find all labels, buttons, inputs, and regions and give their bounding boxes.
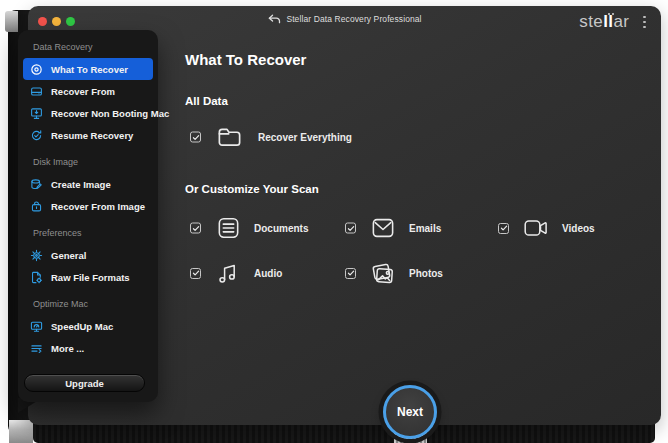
target-icon <box>29 62 43 76</box>
category-audio[interactable]: Audio <box>190 260 282 286</box>
box-base-edge-decoration <box>33 424 655 443</box>
check-icon <box>347 224 355 232</box>
marketing-stage: Stellar Data Recovery Professional stell… <box>0 0 668 443</box>
drive-icon <box>29 84 43 98</box>
sidebar-section-preferences: Preferences <box>33 228 143 238</box>
sidebar-section-disk-image: Disk Image <box>33 157 143 167</box>
audio-label: Audio <box>254 268 282 279</box>
videos-label: Videos <box>562 223 595 234</box>
box-tab-bottom-decoration <box>9 420 33 443</box>
logo-dots <box>608 13 614 15</box>
category-videos[interactable]: Videos <box>498 217 595 239</box>
emails-checkbox[interactable] <box>345 223 356 234</box>
sidebar-item-recover-from-image[interactable]: Recover From Image <box>23 195 153 217</box>
sidebar-item-what-to-recover[interactable]: What To Recover <box>23 58 153 80</box>
check-icon <box>192 269 200 277</box>
category-emails[interactable]: Emails <box>345 217 441 240</box>
customize-heading: Or Customize Your Scan <box>185 183 319 195</box>
traffic-lights <box>38 17 75 26</box>
kebab-menu-icon[interactable] <box>640 14 649 31</box>
check-icon <box>347 269 355 277</box>
bag-icon <box>29 199 43 213</box>
titlebar-right: stellar <box>579 12 649 32</box>
stellar-logo: stellar <box>579 12 629 32</box>
photos-stack-icon <box>370 260 396 286</box>
videos-checkbox[interactable] <box>498 223 509 234</box>
file-gear-icon <box>29 270 43 284</box>
check-icon <box>192 133 200 141</box>
resume-refresh-icon <box>29 128 43 142</box>
sidebar-item-create-image[interactable]: Create Image <box>23 173 153 195</box>
sidebar-item-recover-from[interactable]: Recover From <box>23 80 153 102</box>
sidebar-section-data-recovery: Data Recovery <box>33 42 143 52</box>
disk-pencil-icon <box>29 177 43 191</box>
recover-everything-option[interactable]: Recover Everything <box>190 124 352 151</box>
box-tab-top-decoration <box>5 11 18 32</box>
sidebar-item-raw-file-formats[interactable]: Raw File Formats <box>23 266 153 288</box>
emails-label: Emails <box>409 223 441 234</box>
category-photos[interactable]: Photos <box>345 260 443 286</box>
photos-label: Photos <box>409 268 443 279</box>
sidebar-item-general[interactable]: General <box>23 244 153 266</box>
zoom-button[interactable] <box>66 17 75 26</box>
window-title: Stellar Data Recovery Professional <box>286 14 421 24</box>
sidebar: Data Recovery What To Recover Recover Fr… <box>18 30 158 402</box>
close-button[interactable] <box>38 17 47 26</box>
sidebar-item-more[interactable]: More ... <box>23 337 153 359</box>
gear-icon <box>29 248 43 262</box>
recover-everything-label: Recover Everything <box>258 132 352 143</box>
check-icon <box>192 224 200 232</box>
audio-note-icon <box>215 260 241 286</box>
photos-checkbox[interactable] <box>345 268 356 279</box>
more-lines-icon <box>29 341 43 355</box>
monitor-arrow-icon <box>29 106 43 120</box>
speedup-monitor-icon <box>29 319 43 333</box>
page-title: What To Recover <box>185 51 306 68</box>
documents-icon <box>215 216 241 241</box>
recover-everything-checkbox[interactable] <box>190 132 201 143</box>
folder-icon <box>214 124 245 151</box>
window-title-group: Stellar Data Recovery Professional <box>267 14 421 24</box>
audio-checkbox[interactable] <box>190 268 201 279</box>
documents-checkbox[interactable] <box>190 223 201 234</box>
videos-icon <box>523 217 549 239</box>
minimize-button[interactable] <box>52 17 61 26</box>
check-icon <box>500 224 508 232</box>
upgrade-button[interactable]: Upgrade <box>24 374 145 392</box>
emails-icon <box>370 217 396 240</box>
sidebar-item-recover-non-booting-mac[interactable]: Recover Non Booting Mac <box>23 102 153 124</box>
documents-label: Documents <box>254 223 308 234</box>
category-documents[interactable]: Documents <box>190 216 308 241</box>
sidebar-section-optimize-mac: Optimize Mac <box>33 299 143 309</box>
back-arrow-icon[interactable] <box>267 14 280 24</box>
sidebar-item-resume-recovery[interactable]: Resume Recovery <box>23 124 153 146</box>
next-button[interactable]: Next <box>383 385 437 439</box>
all-data-heading: All Data <box>185 95 228 107</box>
sidebar-item-speedup-mac[interactable]: SpeedUp Mac <box>23 315 153 337</box>
